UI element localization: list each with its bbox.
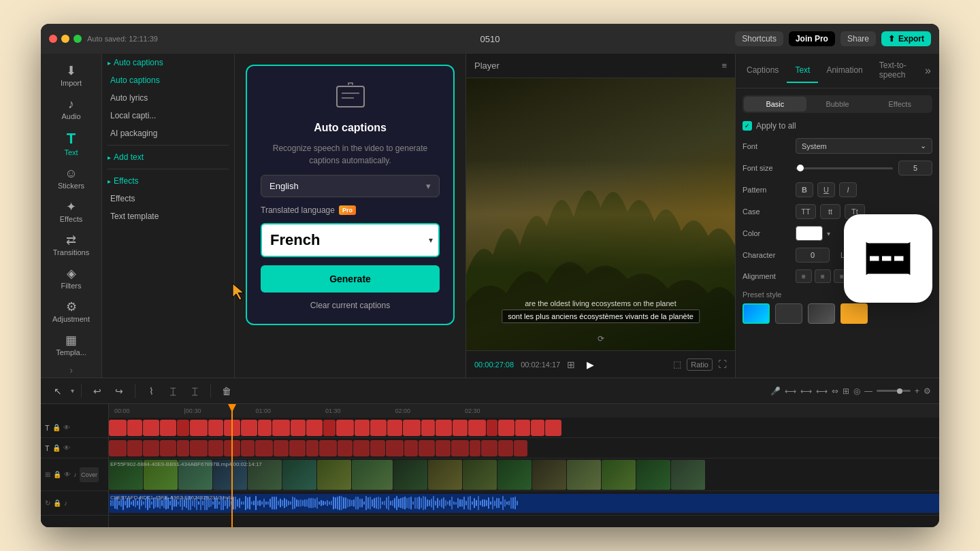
preset-item-1[interactable] — [742, 303, 770, 324]
sidebar-item-template[interactable]: ▦ Templa... — [44, 329, 99, 362]
visibility-icon-1[interactable]: 👁 — [63, 424, 70, 431]
font-select[interactable]: System ⌄ — [796, 138, 932, 154]
video-thumb-2[interactable] — [144, 460, 178, 490]
clip-22[interactable] — [453, 420, 468, 436]
timeline-tool-3[interactable]: ⟷ — [816, 386, 828, 396]
panel-item-auto-lyrics[interactable]: Auto lyrics — [102, 89, 234, 107]
ratio-button[interactable]: Ratio — [687, 358, 713, 371]
sidebar-item-audio[interactable]: ♪ Audio — [44, 93, 99, 126]
sidebar-item-adjustment[interactable]: ⚙ Adjustment — [44, 295, 99, 329]
timeline-zoom-slider[interactable] — [877, 390, 911, 392]
clip-t2-14[interactable] — [319, 440, 337, 456]
video-thumb-12[interactable] — [497, 460, 532, 490]
video-thumb-13[interactable] — [532, 460, 566, 490]
sidebar-item-stickers[interactable]: ☺ Stickers — [44, 162, 99, 195]
lock-icon-2[interactable]: 🔒 — [52, 444, 61, 452]
timeline-zoom-out[interactable]: — — [864, 386, 872, 396]
clip-24[interactable] — [487, 420, 497, 436]
clip-t2-15[interactable] — [338, 440, 353, 456]
clip-t2-20[interactable] — [419, 440, 435, 456]
panel-group-add-text[interactable]: Add text — [102, 148, 234, 166]
playhead[interactable] — [231, 404, 233, 527]
maximize-button[interactable] — [74, 35, 82, 43]
trim-start-tool[interactable]: ⌶ — [164, 382, 182, 400]
cover-button[interactable]: Cover — [80, 467, 99, 482]
delete-tool[interactable]: 🗑 — [218, 382, 235, 400]
clip-4[interactable] — [160, 420, 176, 436]
visibility-icon-2[interactable]: 👁 — [63, 444, 70, 452]
panel-item-local-captions[interactable]: Local capti... — [102, 107, 234, 124]
video-thumb-10[interactable] — [428, 460, 462, 490]
clip-t2-13[interactable] — [306, 440, 318, 456]
clip-2[interactable] — [127, 420, 142, 436]
select-tool-dropdown[interactable]: ▾ — [71, 387, 74, 395]
video-thumb-16[interactable] — [636, 460, 670, 490]
align-center-button[interactable]: ≡ — [815, 269, 831, 283]
video-thumb-3[interactable] — [178, 460, 212, 490]
close-button[interactable] — [49, 35, 57, 43]
shortcuts-button[interactable]: Shortcuts — [735, 31, 783, 46]
clip-t2-1[interactable] — [109, 440, 127, 456]
font-size-slider-thumb[interactable] — [797, 165, 804, 171]
right-tab-more-icon[interactable]: » — [919, 58, 936, 84]
timeline-tool-2[interactable]: ⟷ — [800, 386, 812, 396]
fullscreen-icon[interactable]: ⛶ — [718, 359, 727, 369]
case-lowercase-button[interactable]: tt — [820, 204, 840, 219]
clip-t2-22[interactable] — [451, 440, 469, 456]
sidebar-item-filters[interactable]: ◈ Filters — [44, 262, 99, 295]
panel-group-auto-captions[interactable]: Auto captions — [102, 54, 234, 71]
split-tool[interactable]: ⌇ — [142, 382, 160, 400]
clip-6[interactable] — [190, 420, 208, 436]
timeline-tool-1[interactable]: ⟷ — [785, 386, 796, 396]
font-size-slider[interactable] — [796, 167, 893, 169]
clip-t2-11[interactable] — [274, 440, 289, 456]
clip-7[interactable] — [208, 420, 223, 436]
redo-tool[interactable]: ↪ — [110, 382, 128, 400]
clip-9[interactable] — [241, 420, 257, 436]
tab-text[interactable]: Text — [787, 59, 818, 83]
clip-25[interactable] — [498, 420, 514, 436]
font-size-value[interactable]: 5 — [898, 161, 932, 176]
sidebar-item-text[interactable]: T Text — [44, 126, 99, 162]
lock-icon-video[interactable]: 🔒 — [53, 471, 61, 478]
clip-27[interactable] — [531, 420, 544, 436]
timeline-zoom-in[interactable]: + — [915, 386, 919, 396]
clip-15[interactable] — [336, 420, 354, 436]
clip-5[interactable] — [177, 420, 189, 436]
clip-t2-26[interactable] — [514, 440, 527, 456]
clip-1[interactable] — [109, 420, 127, 436]
tab-captions[interactable]: Captions — [738, 59, 787, 83]
clip-t2-9[interactable] — [241, 440, 255, 456]
case-uppercase-button[interactable]: TT — [796, 204, 816, 219]
clip-t2-16[interactable] — [353, 440, 370, 456]
clip-28[interactable] — [545, 420, 561, 436]
sidebar-more-icon[interactable]: › — [69, 365, 73, 375]
panel-item-ai-packaging[interactable]: AI packaging — [102, 124, 234, 142]
clip-14[interactable] — [323, 420, 336, 436]
video-thumb-11[interactable] — [463, 460, 497, 490]
grid-view-icon[interactable]: ⊞ — [567, 359, 575, 370]
language-select[interactable]: English ▾ — [261, 175, 440, 197]
preset-item-3[interactable] — [808, 303, 835, 324]
clip-t2-25[interactable] — [498, 440, 513, 456]
italic-button[interactable]: I — [839, 182, 857, 197]
clip-26[interactable] — [515, 420, 530, 436]
clip-13[interactable] — [306, 420, 323, 436]
select-tool[interactable]: ↖ — [49, 382, 67, 400]
sidebar-item-import[interactable]: ⬇ Import — [44, 59, 99, 93]
screenshot-icon[interactable]: ⬚ — [673, 359, 681, 369]
timeline-tool-6[interactable]: ◎ — [853, 386, 860, 396]
video-thumb-14[interactable] — [567, 460, 601, 490]
join-pro-button[interactable]: Join Pro — [789, 31, 835, 46]
clip-18[interactable] — [387, 420, 402, 436]
audio-icon-video[interactable]: ♪ — [74, 471, 77, 478]
tab-text-to-speech[interactable]: Text-to-speech — [871, 54, 919, 88]
color-swatch[interactable] — [796, 226, 823, 241]
clip-23[interactable] — [468, 420, 486, 436]
clip-16[interactable] — [355, 420, 370, 436]
video-thumb-7[interactable] — [317, 460, 351, 490]
french-language-select[interactable]: French ▾ — [261, 223, 440, 257]
clip-t2-24[interactable] — [481, 440, 497, 456]
clip-t2-5[interactable] — [177, 440, 189, 456]
lock-icon-audio[interactable]: 🔒 — [53, 499, 61, 507]
